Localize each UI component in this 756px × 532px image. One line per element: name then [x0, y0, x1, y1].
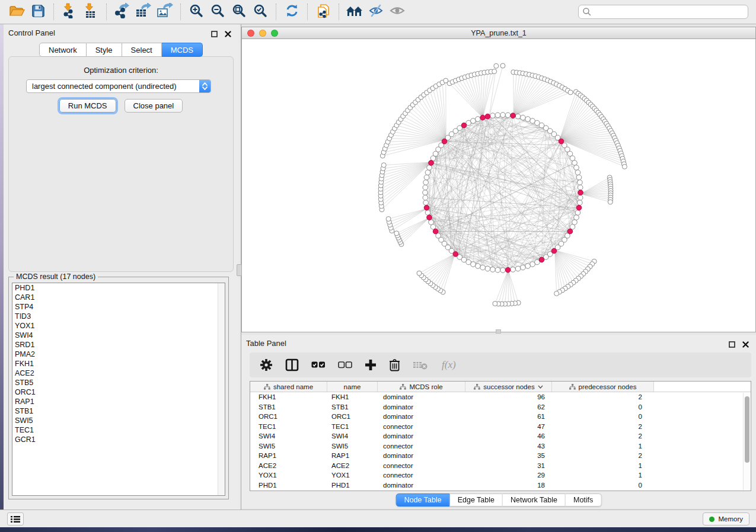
mcds-result-item[interactable]: PMA2: [12, 350, 225, 359]
mcds-node[interactable]: [480, 115, 486, 120]
network-node[interactable]: [423, 185, 428, 190]
network-canvas[interactable]: [241, 39, 756, 332]
network-node[interactable]: [505, 113, 511, 118]
table-row-RAP1[interactable]: RAP1RAP1dominator352: [250, 451, 751, 461]
close-panel-icon[interactable]: [225, 29, 231, 40]
table-row-SWI5[interactable]: SWI5SWI5connector431: [250, 441, 751, 451]
network-leaf-node[interactable]: [554, 291, 559, 296]
network-node[interactable]: [471, 118, 476, 124]
mcds-node[interactable]: [578, 190, 583, 196]
network-node[interactable]: [570, 156, 575, 161]
mcds-node[interactable]: [505, 267, 511, 273]
zoom-out-button[interactable]: [207, 2, 228, 21]
tab-network-table[interactable]: Network Table: [503, 493, 566, 507]
network-leaf-node[interactable]: [386, 217, 391, 222]
mcds-node[interactable]: [485, 114, 490, 119]
network-node[interactable]: [574, 215, 579, 220]
open-folder-button[interactable]: [6, 2, 27, 21]
mcds-node[interactable]: [453, 252, 458, 257]
import-table-button[interactable]: [80, 2, 101, 21]
mcds-result-item[interactable]: GCR1: [12, 435, 225, 444]
search-field[interactable]: [578, 5, 748, 19]
tab-node-table[interactable]: Node Table: [396, 493, 450, 507]
export-image-button[interactable]: [154, 2, 176, 21]
network-node[interactable]: [423, 180, 429, 185]
run-mcds-button[interactable]: Run MCDS: [59, 99, 116, 113]
mcds-node[interactable]: [442, 139, 447, 144]
mcds-node[interactable]: [429, 161, 434, 166]
close-panel-button[interactable]: Close panel: [125, 99, 183, 113]
network-node[interactable]: [525, 117, 531, 122]
network-node[interactable]: [572, 220, 578, 225]
network-node[interactable]: [575, 210, 580, 216]
mcds-result-item[interactable]: ORC1: [12, 387, 225, 397]
network-node[interactable]: [500, 113, 506, 118]
network-leaf-node[interactable]: [608, 200, 613, 204]
table-row-STB1[interactable]: STB1STB1dominator620: [250, 402, 751, 412]
clone-network-button[interactable]: [312, 2, 334, 21]
zoom-fit-button[interactable]: [228, 2, 250, 21]
mcds-node[interactable]: [461, 123, 467, 128]
network-leaf-node[interactable]: [492, 69, 497, 74]
network-leaf-node[interactable]: [568, 90, 573, 95]
save-button[interactable]: [27, 2, 49, 21]
traffic-minimize-icon[interactable]: [259, 30, 266, 37]
table-row-ACE2[interactable]: ACE2ACE2connector311: [250, 461, 751, 471]
network-node[interactable]: [511, 267, 516, 273]
network-leaf-node[interactable]: [417, 271, 422, 275]
zoom-in-button[interactable]: [186, 2, 207, 21]
network-node[interactable]: [578, 185, 583, 190]
memory-button[interactable]: Memory: [703, 512, 749, 525]
table-scrollbar-thumb[interactable]: [745, 396, 749, 463]
mcds-result-item[interactable]: RAP1: [12, 397, 225, 406]
network-leaf-node[interactable]: [394, 231, 399, 236]
add-icon[interactable]: [365, 359, 377, 371]
network-node[interactable]: [429, 220, 434, 225]
network-leaf-node[interactable]: [500, 63, 505, 68]
network-window-titlebar[interactable]: YPA_prune.txt_1: [241, 27, 756, 39]
network-leaf-node[interactable]: [622, 164, 627, 169]
network-node[interactable]: [476, 117, 481, 122]
gear-icon[interactable]: [260, 358, 273, 371]
network-leaf-node[interactable]: [493, 302, 497, 306]
mcds-result-item[interactable]: YOX1: [12, 321, 225, 331]
houses-button[interactable]: [344, 2, 365, 21]
network-node[interactable]: [427, 165, 432, 171]
network-node[interactable]: [471, 262, 476, 267]
result-list-scrollbar[interactable]: [218, 283, 225, 495]
tab-select[interactable]: Select: [122, 43, 162, 57]
network-node[interactable]: [423, 190, 428, 196]
column-header-MCDS-role[interactable]: MCDS role: [378, 382, 465, 392]
select-all-icon[interactable]: [311, 361, 326, 368]
column-header-successor-nodes[interactable]: successor nodes: [465, 382, 552, 392]
eye-slash-button[interactable]: [365, 2, 387, 21]
network-node[interactable]: [530, 262, 535, 267]
network-node[interactable]: [423, 195, 428, 200]
mcds-node[interactable]: [576, 205, 582, 210]
network-node[interactable]: [572, 161, 578, 166]
network-node[interactable]: [423, 200, 429, 206]
eye-button[interactable]: [387, 2, 408, 21]
network-node[interactable]: [425, 210, 430, 216]
column-header-shared-name[interactable]: shared name: [250, 382, 327, 392]
network-node[interactable]: [576, 175, 582, 180]
network-node[interactable]: [578, 195, 583, 200]
network-node[interactable]: [495, 267, 500, 273]
table-row-YOX1[interactable]: YOX1YOX1connector291: [250, 470, 751, 480]
network-node[interactable]: [525, 264, 531, 269]
mcds-node[interactable]: [511, 113, 516, 118]
zoom-selected-button[interactable]: [250, 2, 271, 21]
network-node[interactable]: [485, 266, 490, 271]
mcds-result-list[interactable]: PHD1CAR1STP4TID3YOX1SWI4SRD1PMA2FKH1ACE2…: [12, 283, 225, 496]
network-node[interactable]: [515, 114, 521, 119]
mcds-result-item[interactable]: SWI4: [12, 331, 225, 340]
mcds-result-item[interactable]: STB5: [12, 378, 225, 387]
float-table-panel-icon[interactable]: [729, 339, 735, 350]
table-row-ORC1[interactable]: ORC1ORC1dominator610: [250, 412, 751, 422]
network-node[interactable]: [476, 264, 481, 269]
mcds-node[interactable]: [567, 229, 573, 234]
network-node[interactable]: [490, 113, 496, 118]
mcds-result-item[interactable]: STB1: [12, 406, 225, 416]
column-header-predecessor-nodes[interactable]: predecessor nodes: [552, 382, 654, 392]
network-node[interactable]: [530, 118, 535, 124]
